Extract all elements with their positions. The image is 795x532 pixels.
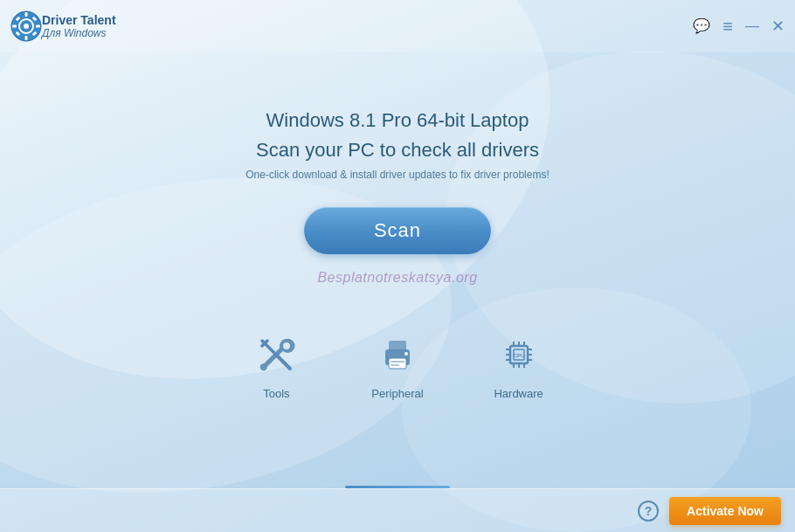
svg-rect-16	[389, 358, 406, 369]
svg-line-13	[276, 355, 290, 369]
main-content: Windows 8.1 Pro 64-bit Laptop Scan your …	[0, 52, 795, 488]
app-subtitle: Для Windows	[42, 27, 116, 39]
svg-text:CPU: CPU	[513, 353, 524, 358]
tools-icon	[255, 334, 297, 376]
footer-bar: ? Activate Now	[0, 488, 795, 532]
app-name: Driver Talent	[42, 13, 116, 28]
tools-label: Tools	[263, 387, 289, 400]
titlebar: Driver Talent Для Windows 💬 ≡ — ✕	[0, 0, 795, 52]
help-button[interactable]: ?	[638, 501, 659, 522]
peripheral-icon-circle	[372, 329, 423, 380]
bottom-icons-row: Tools Peripheral	[251, 329, 543, 400]
svg-point-19	[404, 352, 408, 356]
watermark-text: Besplatnotreskatsya.org	[317, 270, 477, 286]
hardware-icon-circle: CPU	[494, 329, 544, 380]
window-controls: 💬 ≡ — ✕	[693, 17, 785, 35]
tagline-text: One-click download & install driver upda…	[245, 169, 549, 181]
hardware-icon: CPU	[498, 334, 540, 376]
svg-rect-15	[389, 341, 406, 351]
headline-action: Scan your PC to check all drivers	[256, 139, 539, 162]
scan-button[interactable]: Scan	[304, 207, 491, 254]
tools-icon-item[interactable]: Tools	[251, 329, 301, 400]
headline-system: Windows 8.1 Pro 64-bit Laptop	[266, 105, 529, 135]
peripheral-icon-item[interactable]: Peripheral	[371, 329, 423, 400]
svg-rect-17	[391, 361, 404, 363]
app-title-group: Driver Talent Для Windows	[42, 13, 116, 40]
svg-rect-3	[25, 12, 28, 17]
chat-icon[interactable]: 💬	[693, 19, 710, 33]
activate-button[interactable]: Activate Now	[669, 497, 781, 525]
tools-icon-circle	[251, 329, 301, 380]
svg-rect-4	[25, 36, 28, 40]
svg-rect-5	[12, 25, 17, 28]
peripheral-icon	[377, 334, 418, 376]
minimize-icon[interactable]: —	[745, 19, 759, 33]
menu-icon[interactable]: ≡	[722, 17, 733, 35]
close-icon[interactable]: ✕	[771, 18, 785, 34]
hardware-icon-item[interactable]: CPU Hardware	[494, 329, 544, 400]
peripheral-label: Peripheral	[371, 387, 423, 400]
svg-rect-18	[391, 364, 399, 366]
hardware-label: Hardware	[494, 387, 543, 400]
svg-rect-6	[36, 25, 40, 28]
app-logo	[10, 10, 42, 42]
svg-point-2	[24, 24, 29, 29]
